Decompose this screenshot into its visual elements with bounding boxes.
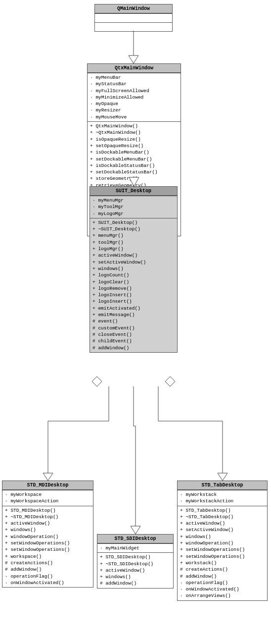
std-sdidesktop-methods: + STD_SDIDesktop() + ~STD_SDIDesktop() +… [97, 552, 173, 588]
suit-desktop-methods: + SUIT_Desktop() + ~SUIT_Desktop() + men… [90, 218, 177, 352]
std-tabdesktop-title: STD_TabDesktop [178, 481, 267, 490]
std-tabdesktop-methods: + STD_TabDesktop() + ~STD_TabDesktop() +… [178, 506, 267, 600]
std-mdidesktop-attrs: · myWorkspace · myWorkspaceAction [2, 490, 93, 506]
uml-diagram: QMainWindow QtxMainWindow · myMenuBar · … [0, 0, 271, 644]
suit-desktop-attrs: · myMenuMgr · myToolMgr · myLogoMgr [90, 196, 177, 218]
qmainwindow-title: QMainWindow [95, 4, 172, 13]
qtxmainwindow-attrs: · myMenuBar · myStatusBar · myFullScreen… [88, 73, 181, 121]
std-mdidesktop-methods: + STD_MDIDesktop() + ~STD_MDIDesktop() +… [2, 506, 93, 588]
qmainwindow-box: QMainWindow [94, 4, 173, 32]
svg-marker-15 [218, 473, 227, 481]
suit-desktop-title: SUIT_Desktop [90, 187, 177, 196]
svg-marker-11 [131, 526, 140, 534]
std-mdidesktop-box: STD_MDIDesktop · myWorkspace · myWorkspa… [2, 481, 93, 588]
std-sdidesktop-title: STD_SDIDesktop [97, 535, 173, 543]
svg-marker-16 [92, 376, 102, 386]
svg-marker-7 [43, 473, 53, 481]
std-tabdesktop-attrs: · myWorkstack · myWorkstackAction [178, 490, 267, 506]
std-sdidesktop-box: STD_SDIDesktop · myMainWidget + STD_SDID… [97, 534, 174, 589]
std-tabdesktop-box: STD_TabDesktop · myWorkstack · myWorksta… [177, 481, 268, 601]
qmainwindow-empty1 [95, 13, 172, 22]
qtxmainwindow-title: QtxMainWindow [88, 64, 181, 73]
std-mdidesktop-title: STD_MDIDesktop [2, 481, 93, 490]
qmainwindow-empty2 [95, 22, 172, 31]
svg-marker-1 [129, 55, 138, 63]
svg-marker-17 [165, 376, 175, 386]
suit-desktop-box: SUIT_Desktop · myMenuMgr · myToolMgr · m… [90, 186, 178, 353]
std-sdidesktop-attrs: · myMainWidget [97, 543, 173, 552]
